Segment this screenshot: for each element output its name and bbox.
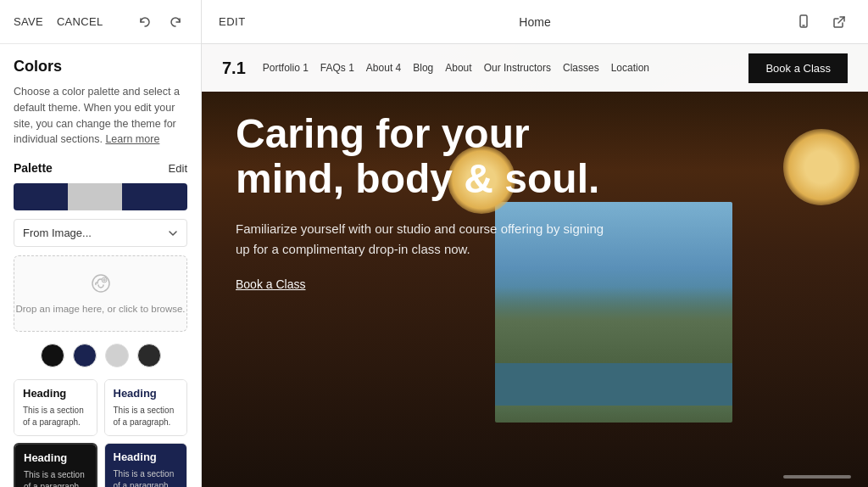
swatch-black[interactable] [41,344,64,367]
mobile-view-button[interactable] [792,10,815,34]
svg-line-4 [838,17,844,23]
chevron-down-icon [168,228,178,238]
palette-label: Palette [14,161,53,175]
redo-button[interactable] [164,10,187,34]
theme-card-text: This is a section of a paragraph. [114,468,179,487]
site-nav-links: Portfolio 1 FAQs 1 About 4 Blog About Ou… [263,62,736,74]
redo-icon [169,15,182,29]
nav-link-about[interactable]: About [445,62,471,74]
swatch-navy[interactable] [73,344,97,367]
theme-card-light-1[interactable]: Heading This is a section of a paragraph… [14,379,97,436]
mountain-view [495,287,732,372]
theme-card-dark-2[interactable]: Heading This is a section of a paragraph… [104,443,188,487]
hero-content: Caring for your mind, body & soul. Famil… [236,112,609,292]
left-panel: SAVE CANCEL Colors Choose a color palett… [0,0,202,487]
theme-card-dark-1[interactable]: Heading This is a section of a paragraph… [14,443,97,487]
palette-bar[interactable] [14,183,187,210]
from-image-dropdown[interactable]: From Image... [14,219,187,247]
nav-link-classes[interactable]: Classes [563,62,599,74]
preview-area: 7.1 Portfolio 1 FAQs 1 About 4 Blog Abou… [202,44,868,487]
external-link-icon [832,14,847,30]
svg-point-0 [92,275,109,292]
hero-subtext: Familiarize yourself with our studio and… [236,219,609,260]
learn-more-link[interactable]: Learn more [105,133,159,145]
theme-card-heading: Heading [114,387,179,400]
nav-link-faqs[interactable]: FAQs 1 [320,62,354,74]
undo-icon [138,15,152,29]
nav-link-instructors[interactable]: Our Instructors [484,62,551,74]
hero-heading: Caring for your mind, body & soul. [236,112,609,202]
right-panel: EDIT Home [202,0,868,487]
hero-cta-link[interactable]: Book a Class [236,277,305,291]
palette-row: Palette Edit [14,161,187,175]
top-bar-icons [133,10,187,34]
nav-link-about4[interactable]: About 4 [366,62,401,74]
save-button[interactable]: SAVE [14,15,43,28]
book-class-button[interactable]: Book a Class [748,53,848,83]
site-logo[interactable]: 7.1 [222,59,246,78]
drop-zone-text: Drop an image here, or click to browse. [15,304,185,314]
theme-card-text: This is a section of a paragraph. [23,405,88,428]
site-preview: 7.1 Portfolio 1 FAQs 1 About 4 Blog Abou… [202,44,868,487]
preview-scrollbar[interactable] [783,475,851,479]
nav-link-blog[interactable]: Blog [413,62,433,74]
editor-home-label: Home [519,15,550,29]
palette-edit-button[interactable]: Edit [169,162,187,175]
panel-content: Colors Choose a color palette and select… [0,44,201,487]
palette-segment-1 [14,183,68,210]
theme-card-heading: Heading [114,451,179,463]
nav-link-location[interactable]: Location [611,62,649,74]
panel-title: Colors [14,58,187,76]
top-bar: SAVE CANCEL [0,0,201,44]
pendant-light-right [783,129,860,205]
image-drop-zone[interactable]: Drop an image here, or click to browse. [14,255,187,332]
nav-link-portfolio[interactable]: Portfolio 1 [263,62,309,74]
swatch-dark[interactable] [137,344,161,367]
mobile-icon [796,14,811,30]
theme-cards: Heading This is a section of a paragraph… [14,379,187,487]
color-swatches [14,344,187,367]
cancel-button[interactable]: CANCEL [57,15,103,28]
swatch-gray[interactable] [105,344,129,367]
panel-description: Choose a color palette and select a defa… [14,84,187,148]
theme-card-light-2[interactable]: Heading This is a section of a paragraph… [104,379,188,436]
theme-card-heading: Heading [24,451,87,464]
site-nav: 7.1 Portfolio 1 FAQs 1 About 4 Blog Abou… [202,44,868,92]
theme-card-text: This is a section of a paragraph. [114,405,179,428]
editor-edit-label: EDIT [219,15,246,28]
theme-card-heading: Heading [23,387,88,400]
editor-top-bar: EDIT Home [202,0,868,44]
undo-button[interactable] [133,10,157,34]
palette-segment-3 [122,183,187,210]
palette-segment-2 [68,183,122,210]
external-link-button[interactable] [827,10,851,34]
theme-card-text: This is a section of a paragraph. [24,469,87,487]
water-view [495,363,732,406]
from-image-label: From Image... [23,227,92,239]
upload-icon [91,273,111,299]
